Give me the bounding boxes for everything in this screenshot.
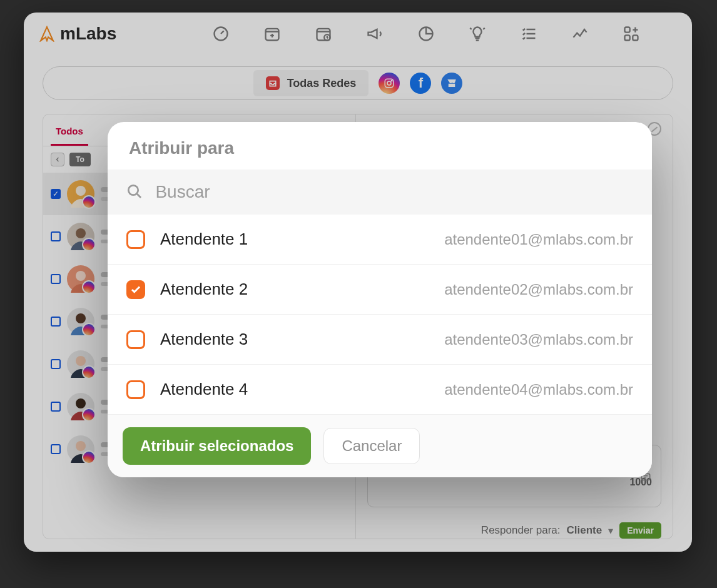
app-window: mLabs Todas Redes f Todos xyxy=(24,13,692,552)
search-input[interactable] xyxy=(155,182,633,202)
attendant-name: Atendente 1 xyxy=(160,230,429,249)
attendant-email: atendente04@mlabs.com.br xyxy=(444,381,633,398)
modal-footer: Atribuir selecionados Cancelar xyxy=(108,415,652,477)
modal-title: Atribuir para xyxy=(108,122,652,170)
svg-point-29 xyxy=(128,185,138,195)
attendant-checkbox[interactable] xyxy=(126,380,145,399)
attendant-checkbox[interactable] xyxy=(126,230,145,249)
attendant-email: atendente01@mlabs.com.br xyxy=(444,231,633,248)
attendant-row[interactable]: Atendente 2atendente02@mlabs.com.br xyxy=(108,265,652,315)
attendant-email: atendente03@mlabs.com.br xyxy=(444,331,633,348)
attendant-list: Atendente 1atendente01@mlabs.com.brAtend… xyxy=(108,215,652,415)
attendant-checkbox[interactable] xyxy=(126,280,145,299)
modal-search xyxy=(108,170,652,215)
attendant-name: Atendente 2 xyxy=(160,280,429,299)
attendant-checkbox[interactable] xyxy=(126,330,145,349)
search-icon xyxy=(126,183,143,201)
attendant-name: Atendente 3 xyxy=(160,330,429,349)
attendant-row[interactable]: Atendente 1atendente01@mlabs.com.br xyxy=(108,215,652,265)
attendant-row[interactable]: Atendente 4atendente04@mlabs.com.br xyxy=(108,365,652,415)
attendant-row[interactable]: Atendente 3atendente03@mlabs.com.br xyxy=(108,315,652,365)
attendant-name: Atendente 4 xyxy=(160,380,429,399)
assign-modal: Atribuir para Atendente 1atendente01@mla… xyxy=(108,122,652,477)
assign-button[interactable]: Atribuir selecionados xyxy=(123,427,311,465)
attendant-email: atendente02@mlabs.com.br xyxy=(444,281,633,298)
cancel-button[interactable]: Cancelar xyxy=(323,428,420,464)
